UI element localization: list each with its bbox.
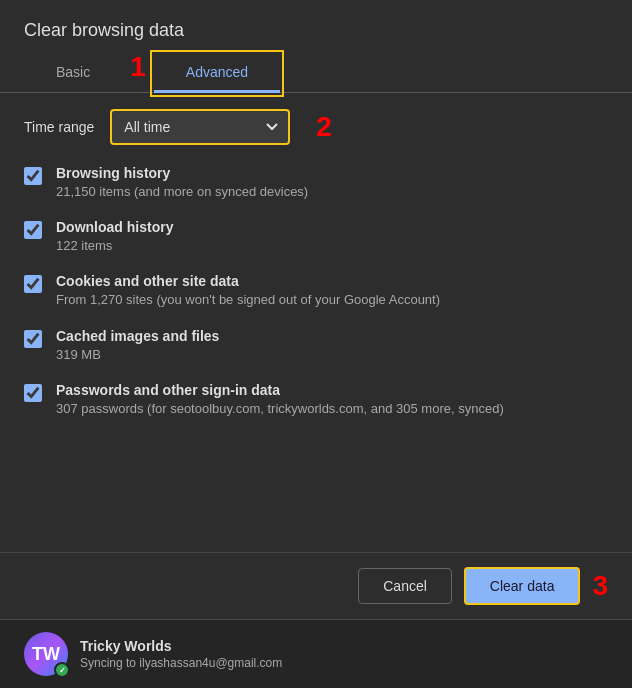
cached-images-checkbox[interactable] bbox=[24, 330, 42, 352]
tabs-container: Basic 1 Advanced bbox=[0, 53, 632, 93]
clear-browsing-data-dialog: Clear browsing data Basic 1 Advanced Tim… bbox=[0, 0, 632, 688]
time-range-row: Time range Last hour Last 24 hours Last … bbox=[24, 109, 608, 145]
item-desc: 319 MB bbox=[56, 346, 219, 364]
annotation-2: 2 bbox=[316, 113, 332, 141]
main-content: Time range Last hour Last 24 hours Last … bbox=[0, 93, 632, 552]
passwords-checkbox[interactable] bbox=[24, 384, 42, 406]
item-desc: 122 items bbox=[56, 237, 173, 255]
account-name: Tricky Worlds bbox=[80, 638, 282, 654]
annotation-1: 1 bbox=[130, 53, 146, 92]
list-item: Cached images and files 319 MB bbox=[24, 328, 608, 364]
account-email: Syncing to ilyashassan4u@gmail.com bbox=[80, 656, 282, 670]
list-item: Browsing history 21,150 items (and more … bbox=[24, 165, 608, 201]
cancel-button[interactable]: Cancel bbox=[358, 568, 452, 604]
item-desc: From 1,270 sites (you won't be signed ou… bbox=[56, 291, 440, 309]
list-item: Cookies and other site data From 1,270 s… bbox=[24, 273, 608, 309]
item-title: Cached images and files bbox=[56, 328, 219, 344]
list-item: Download history 122 items bbox=[24, 219, 608, 255]
item-title: Passwords and other sign-in data bbox=[56, 382, 504, 398]
item-title: Cookies and other site data bbox=[56, 273, 440, 289]
dialog-title: Clear browsing data bbox=[0, 0, 632, 53]
time-range-label: Time range bbox=[24, 119, 94, 135]
download-history-checkbox[interactable] bbox=[24, 221, 42, 243]
item-title: Download history bbox=[56, 219, 173, 235]
avatar: TW ✓ bbox=[24, 632, 68, 676]
item-title: Browsing history bbox=[56, 165, 308, 181]
item-desc: 307 passwords (for seotoolbuy.com, trick… bbox=[56, 400, 504, 418]
clear-data-button[interactable]: Clear data bbox=[464, 567, 581, 605]
account-footer: TW ✓ Tricky Worlds Syncing to ilyashassa… bbox=[0, 619, 632, 688]
time-range-select[interactable]: Last hour Last 24 hours Last 7 days Last… bbox=[110, 109, 290, 145]
cookies-checkbox[interactable] bbox=[24, 275, 42, 297]
annotation-3: 3 bbox=[592, 572, 608, 600]
item-desc: 21,150 items (and more on synced devices… bbox=[56, 183, 308, 201]
footer-buttons: Cancel Clear data 3 bbox=[0, 552, 632, 619]
tab-advanced[interactable]: Advanced bbox=[154, 54, 280, 93]
list-item: Passwords and other sign-in data 307 pas… bbox=[24, 382, 608, 418]
browsing-history-checkbox[interactable] bbox=[24, 167, 42, 189]
sync-badge: ✓ bbox=[54, 662, 70, 678]
tab-basic[interactable]: Basic bbox=[24, 54, 122, 93]
